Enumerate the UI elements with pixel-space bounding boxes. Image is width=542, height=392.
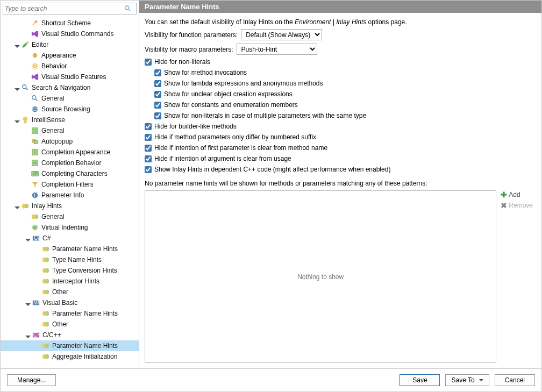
gear-icon	[31, 62, 39, 70]
chevron-down-icon[interactable]	[15, 42, 20, 47]
chevron-down-icon[interactable]	[25, 332, 31, 338]
tree-item-completing-chars[interactable]: ab Completing Characters	[1, 168, 139, 179]
tree-item-comp-appearance[interactable]: Completion Appearance	[1, 147, 139, 158]
cb-dependent-cpp[interactable]	[145, 166, 152, 173]
tree-item-vs-commands[interactable]: Visual Studio Commands	[1, 28, 139, 39]
add-button[interactable]: ✚ Add	[501, 190, 533, 199]
wrench-icon	[31, 19, 39, 27]
cb-label: Show for constants and enumeration membe…	[164, 101, 298, 109]
svg-point-4	[23, 85, 26, 89]
hints-icon	[21, 202, 30, 210]
search-box[interactable]	[3, 3, 137, 15]
tree-item-cpp[interactable]: C++ C/C++	[1, 330, 139, 340]
cb-builder[interactable]	[145, 123, 152, 130]
svg-point-0	[125, 6, 129, 10]
tree-item-cpp-aggregate[interactable]: Aggregate Initialization	[1, 351, 139, 362]
pencil-icon	[21, 40, 30, 49]
tree-label: Parameter Name Hints	[52, 245, 118, 253]
cb-hide-nonliterals[interactable]	[145, 59, 152, 66]
cpp-icon: C++	[32, 331, 40, 339]
svg-point-39	[45, 290, 49, 295]
tree-item-comp-behavior[interactable]: Completion Behavior	[1, 158, 139, 168]
hints-icon	[41, 255, 50, 264]
chevron-down-icon[interactable]	[25, 300, 31, 305]
macro-visibility-select[interactable]: Push-to-Hint	[237, 44, 317, 55]
cb-label: Hide if intention of first parameter is …	[154, 144, 327, 152]
plus-icon: ✚	[501, 190, 507, 199]
chevron-down-icon[interactable]	[15, 117, 20, 123]
tree-item-appearance[interactable]: Appearance	[1, 50, 139, 61]
svg-point-49	[45, 344, 49, 348]
tree-item-shortcut-scheme[interactable]: Shortcut Scheme	[1, 18, 139, 28]
chevron-down-icon[interactable]	[15, 85, 20, 90]
manage-button[interactable]: Manage...	[7, 374, 56, 386]
options-tree[interactable]: Shortcut Scheme Visual Studio Commands E…	[1, 16, 139, 368]
svg-rect-15	[34, 140, 38, 144]
bulb-icon	[21, 116, 30, 124]
tree-item-behavior[interactable]: Behavior	[1, 61, 139, 72]
vs-feature-icon	[31, 73, 39, 81]
cb-method-invocations[interactable]	[154, 69, 161, 76]
chevron-down-icon[interactable]	[25, 236, 31, 241]
cb-lambda[interactable]	[154, 80, 161, 87]
tree-item-is-general[interactable]: General	[1, 125, 139, 136]
appearance-icon	[31, 51, 39, 60]
cb-numbered-suffix[interactable]	[145, 134, 152, 141]
tree-item-source-browsing[interactable]: Source Browsing	[1, 104, 139, 115]
tree-item-cs-tnh[interactable]: Type Name Hints	[1, 254, 139, 265]
tree-item-vb[interactable]: VB Visual Basic	[1, 297, 139, 308]
save-button[interactable]: Save	[400, 374, 440, 386]
cancel-button[interactable]: Cancel	[495, 374, 535, 386]
svg-point-17	[34, 151, 36, 153]
svg-point-45	[45, 322, 49, 327]
hints-icon	[41, 320, 50, 329]
cb-nonliterals-multiple[interactable]	[154, 112, 161, 119]
svg-text:C++: C++	[33, 331, 40, 338]
cb-intention-usage[interactable]	[145, 155, 152, 162]
hints-icon	[41, 277, 50, 286]
tree-label: Visual Studio Features	[41, 73, 106, 81]
tree-item-csharp[interactable]: C# C#	[1, 233, 139, 244]
hints-icon	[41, 288, 50, 296]
tree-label: Completion Behavior	[41, 159, 101, 167]
tree-item-autopopup[interactable]: Autopopup	[1, 136, 139, 147]
tree-item-search-nav[interactable]: Search & Navigation	[1, 82, 139, 93]
tree-item-intellisense[interactable]: IntelliSense	[1, 115, 139, 125]
cb-unclear-creation[interactable]	[154, 91, 161, 98]
magnifier-icon	[21, 83, 30, 92]
remove-button: ✖ Remove	[501, 201, 533, 210]
tree-item-vb-other[interactable]: Other	[1, 319, 139, 330]
tree-item-completion-filters[interactable]: Completion Filters	[1, 179, 139, 190]
tree-item-cs-interceptor[interactable]: Interceptor Hints	[1, 276, 139, 287]
chevron-down-icon[interactable]	[15, 203, 20, 209]
tree-item-sn-general[interactable]: General	[1, 93, 139, 104]
content-title: Parameter Name Hints	[139, 1, 541, 13]
tree-label: Behavior	[41, 62, 67, 70]
tree-item-cs-tch[interactable]: Type Conversion Hints	[1, 265, 139, 276]
tree-item-parameter-info[interactable]: i Parameter Info	[1, 190, 139, 201]
tree-item-inlay-hints[interactable]: Inlay Hints	[1, 201, 139, 211]
svg-point-35	[45, 268, 49, 273]
tree-item-cpp-pnh[interactable]: Parameter Name Hints	[1, 340, 139, 351]
cb-constants[interactable]	[154, 102, 161, 109]
save-to-button[interactable]: Save To	[445, 374, 489, 386]
search-input[interactable]	[5, 5, 124, 12]
cb-intention-method[interactable]	[145, 145, 152, 152]
tree-label: Editor	[32, 41, 48, 48]
tree-item-virtual-indenting[interactable]: Virtual Indenting	[1, 222, 139, 233]
svg-text:i: i	[34, 192, 35, 198]
svg-text:C#: C#	[34, 234, 40, 241]
intro-suffix: options page.	[366, 18, 406, 26]
tree-item-cs-other[interactable]: Other	[1, 287, 139, 297]
patterns-label: No parameter name hints will be shown fo…	[145, 180, 533, 187]
tree-item-cs-pnh[interactable]: Parameter Name Hints	[1, 244, 139, 254]
intro-text: You can set the default visibility of In…	[145, 18, 533, 26]
tree-item-ih-general[interactable]: General	[1, 211, 139, 222]
tree-item-vs-features[interactable]: Visual Studio Features	[1, 72, 139, 82]
patterns-list[interactable]: Nothing to show	[145, 190, 496, 363]
tree-label: Virtual Indenting	[41, 224, 88, 231]
tree-item-editor[interactable]: Editor	[1, 39, 139, 50]
tree-item-vb-pnh[interactable]: Parameter Name Hints	[1, 308, 139, 319]
svg-line-7	[35, 99, 38, 101]
func-visibility-select[interactable]: Default (Show Always)	[241, 29, 322, 40]
